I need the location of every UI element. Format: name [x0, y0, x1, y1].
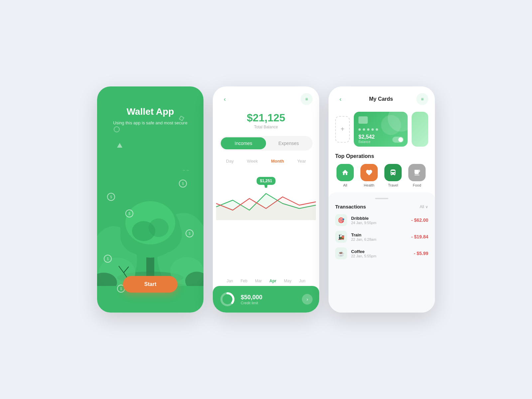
op-label-travel: Travel — [388, 183, 398, 187]
trans-name-dribbble: Dribbble — [351, 216, 407, 221]
op-label-food: Food — [413, 183, 421, 187]
main-card[interactable]: $2,542 Balance — [354, 112, 408, 147]
chart-area: $1,251 — [216, 170, 316, 276]
op-all[interactable]: All — [335, 164, 355, 187]
transactions-header: Transactions All ∨ — [335, 204, 428, 209]
credit-limit-card: $50,000 Credit limit › — [213, 286, 319, 313]
expenses-tab[interactable]: Expenses — [266, 137, 311, 149]
credit-donut-chart — [219, 291, 235, 307]
balance-screen: ‹ ≡ $21,125 Total Balance Incomes Expens… — [213, 86, 319, 313]
month-feb: Feb — [240, 279, 247, 283]
day-tab[interactable]: Day — [223, 157, 236, 165]
op-icon-health — [360, 164, 378, 181]
phone-screen3: ‹ My Cards ≡ + $2,542 Balance — [329, 86, 435, 313]
card-toggle[interactable] — [392, 137, 404, 143]
chart-tooltip: $1,251 — [257, 177, 276, 185]
trans-info-coffee: Coffee 22 Jan, 5:55pm — [351, 249, 410, 258]
card-toggle-knob — [398, 137, 403, 142]
trans-info-dribbble: Dribbble 24 Jan, 9:55pm — [351, 216, 407, 225]
transactions-title: Transactions — [335, 204, 366, 209]
credit-info: $50,000 Credit limit — [241, 294, 297, 305]
trans-icon-dribbble: 🎯 — [335, 214, 347, 226]
card-chip — [358, 116, 368, 124]
drag-handle — [375, 198, 388, 199]
op-food[interactable]: Food — [407, 164, 427, 187]
income-expense-toggle: Incomes Expenses — [219, 136, 313, 151]
trans-name-train: Train — [351, 232, 407, 237]
trans-info-train: Train 22 Jan, 6:28am — [351, 232, 407, 241]
trans-amount-dribbble: - $62.00 — [411, 217, 428, 223]
op-label-health: Health — [364, 183, 374, 187]
transaction-train: 🚂 Train 22 Jan, 6:28am - $19.84 — [335, 231, 428, 243]
screen2-header: ‹ ≡ — [219, 93, 313, 105]
menu-icon: ≡ — [305, 96, 308, 102]
credit-arrow-button[interactable]: › — [302, 294, 313, 305]
app-title: Wallet App — [127, 106, 174, 117]
deco-squiggle: ～～ — [182, 168, 190, 173]
card-peek — [412, 112, 428, 147]
trans-date-dribbble: 24 Jan, 9:55pm — [351, 221, 407, 225]
wallet-screen: ～～ $ $ $ $ $ $ Wallet App Using this app… — [97, 86, 203, 313]
op-icon-travel — [384, 164, 402, 181]
phone-screen2: ‹ ≡ $21,125 Total Balance Incomes Expens… — [213, 86, 319, 313]
card-dot-2 — [363, 128, 365, 131]
card-circle-2 — [381, 115, 401, 135]
tree-illustration — [97, 180, 203, 286]
plus-icon: + — [340, 125, 344, 133]
transactions-filter[interactable]: All ∨ — [420, 204, 428, 209]
balance-section: $21,125 Total Balance — [219, 112, 313, 129]
cards-back-button[interactable]: ‹ — [335, 94, 346, 104]
credit-amount: $50,000 — [241, 294, 297, 301]
time-filter-tabs: Day Week Month Year — [219, 157, 313, 165]
cards-title: My Cards — [369, 96, 393, 102]
month-tab[interactable]: Month — [268, 157, 287, 165]
transactions-section: Transactions All ∨ 🎯 Dribbble 24 Jan, 9:… — [329, 193, 435, 313]
transaction-dribbble: 🎯 Dribbble 24 Jan, 9:55pm - $62.00 — [335, 214, 428, 226]
credit-label: Credit limit — [241, 301, 297, 305]
app-subtitle: Using this app is safe and most secure — [113, 120, 187, 126]
trans-name-coffee: Coffee — [351, 249, 410, 254]
cards-menu-button[interactable]: ≡ — [416, 93, 428, 105]
op-label-all: All — [343, 183, 347, 187]
month-labels: Jan Feb Mar Apr May Jun — [219, 276, 313, 286]
deco-triangle — [117, 143, 122, 148]
trans-amount-train: - $19.84 — [411, 234, 428, 239]
card-dot-5 — [376, 128, 378, 131]
incomes-tab[interactable]: Incomes — [221, 137, 266, 149]
op-icon-all — [336, 164, 354, 181]
month-may: May — [284, 279, 292, 283]
top-ops-title: Top Operations — [335, 153, 428, 159]
op-travel[interactable]: Travel — [383, 164, 403, 187]
menu-button[interactable]: ≡ — [301, 93, 313, 105]
trans-amount-coffee: - $5.99 — [414, 251, 428, 256]
cards-menu-icon: ≡ — [421, 96, 424, 102]
card-dot-4 — [371, 128, 374, 131]
month-jun: Jun — [299, 279, 305, 283]
month-apr: Apr — [269, 279, 276, 283]
transaction-coffee: ☕ Coffee 22 Jan, 5:55pm - $5.99 — [335, 247, 428, 259]
trans-date-train: 22 Jan, 6:28am — [351, 237, 407, 241]
cards-row: + $2,542 Balance — [335, 112, 428, 147]
total-balance: $21,125 — [219, 112, 313, 124]
op-icon-food — [408, 164, 426, 181]
add-card-button[interactable]: + — [335, 116, 350, 143]
month-mar: Mar — [255, 279, 262, 283]
deco-circle-1 — [114, 126, 120, 132]
year-tab[interactable]: Year — [295, 157, 309, 165]
card-dot-1 — [358, 128, 361, 131]
card-dot-3 — [367, 128, 369, 131]
phone-screen1: ～～ $ $ $ $ $ $ Wallet App Using this app… — [97, 86, 203, 313]
operations-row: All Health Travel — [335, 164, 428, 187]
trans-icon-coffee: ☕ — [335, 247, 347, 259]
back-button[interactable]: ‹ — [219, 94, 230, 104]
balance-label: Total Balance — [219, 125, 313, 129]
cards-screen: ‹ My Cards ≡ + $2,542 Balance — [329, 86, 435, 313]
start-button[interactable]: Start — [123, 276, 178, 293]
op-health[interactable]: Health — [359, 164, 379, 187]
chart-dot — [265, 185, 267, 188]
trans-date-coffee: 22 Jan, 5:55pm — [351, 254, 410, 258]
week-tab[interactable]: Week — [244, 157, 261, 165]
screen1-content: Wallet App Using this app is safe and mo… — [113, 86, 187, 126]
screen3-header: ‹ My Cards ≡ — [335, 93, 428, 105]
trans-icon-train: 🚂 — [335, 231, 347, 243]
